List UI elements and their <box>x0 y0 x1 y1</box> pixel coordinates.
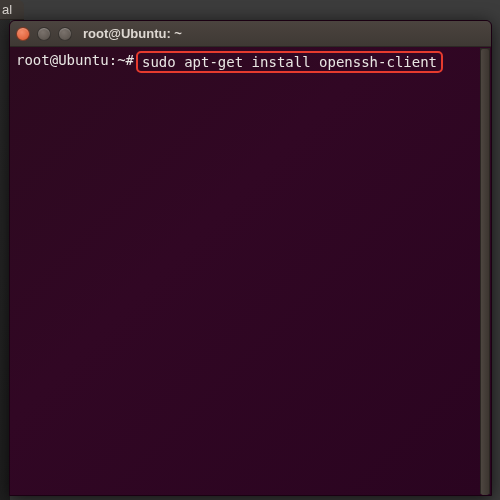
terminal-window: root@Ubuntu: ~ root@Ubuntu:~# sudo apt-g… <box>9 20 492 496</box>
prompt-line: root@Ubuntu:~# sudo apt-get install open… <box>16 51 485 73</box>
partial-background-tab: al <box>0 0 24 20</box>
close-icon[interactable] <box>16 27 30 41</box>
highlighted-command: sudo apt-get install openssh-client <box>136 51 443 73</box>
partial-tab-text: al <box>2 2 12 17</box>
shell-prompt: root@Ubuntu:~# <box>16 51 134 73</box>
window-titlebar[interactable]: root@Ubuntu: ~ <box>10 21 491 47</box>
maximize-icon[interactable] <box>58 27 72 41</box>
terminal-body[interactable]: root@Ubuntu:~# sudo apt-get install open… <box>10 47 491 495</box>
minimize-icon[interactable] <box>37 27 51 41</box>
window-title: root@Ubuntu: ~ <box>83 26 182 41</box>
vertical-scrollbar[interactable] <box>480 48 490 494</box>
scrollbar-thumb[interactable] <box>481 49 489 495</box>
